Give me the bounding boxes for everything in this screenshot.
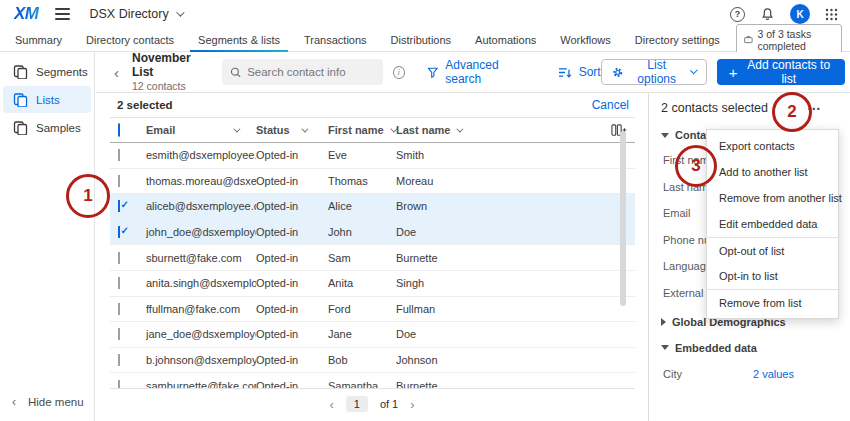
column-header-first-name[interactable]: First name: [328, 124, 396, 136]
table-scrollbar[interactable]: [620, 131, 626, 306]
tasks-progress-badge[interactable]: 3 of 3 tasks completed: [736, 24, 842, 55]
column-header-status[interactable]: Status: [256, 124, 328, 136]
context-menu-item[interactable]: Remove from another list: [707, 185, 838, 211]
context-menu-item[interactable]: Opt-in to list: [707, 263, 838, 289]
row-checkbox[interactable]: [118, 226, 120, 238]
table-row[interactable]: esmith@dsxemployee.com Opted-in Eve Smit…: [110, 143, 635, 169]
directory-name: DSX Directory: [90, 7, 169, 21]
cell-last-name: Smith: [396, 149, 635, 161]
sidebar-item[interactable]: Lists: [3, 86, 91, 113]
search-icon: [230, 66, 241, 79]
cell-email: thomas.moreau@dsxempl...: [146, 175, 256, 187]
cell-status: Opted-in: [256, 380, 328, 389]
table-row[interactable]: john_doe@dsxemployee.... Opted-in John D…: [110, 220, 635, 246]
chevron-down-icon: [301, 125, 308, 132]
directory-switcher[interactable]: DSX Directory: [90, 7, 182, 21]
directory-tab[interactable]: Segments & lists: [190, 28, 288, 52]
directory-tab[interactable]: Workflows: [552, 28, 619, 52]
column-label: Email: [146, 124, 175, 136]
table-row[interactable]: b.johnson@dsxemployee.... Opted-in Bob J…: [110, 348, 635, 374]
xm-logo: XM: [14, 4, 39, 24]
embedded-field-value-link[interactable]: 2 values: [753, 368, 794, 380]
back-chevron-icon[interactable]: ‹: [114, 64, 119, 81]
top-bar: XM DSX Directory ? K: [0, 0, 850, 28]
cell-first-name: Ford: [328, 303, 396, 315]
table-row[interactable]: samburnette@fake.com Opted-in Samantha B…: [110, 373, 635, 389]
info-icon[interactable]: i: [393, 66, 405, 79]
row-checkbox[interactable]: [118, 303, 120, 315]
cell-first-name: Samantha: [328, 380, 396, 389]
context-menu-item[interactable]: Edit embedded data: [707, 211, 838, 237]
current-page[interactable]: 1: [346, 396, 368, 412]
next-page-icon[interactable]: ›: [410, 397, 414, 412]
table-body: esmith@dsxemployee.com Opted-in Eve Smit…: [110, 143, 635, 389]
previous-page-icon[interactable]: ‹: [329, 397, 333, 412]
table-row[interactable]: aliceb@dsxemployee.com Opted-in Alice Br…: [110, 194, 635, 220]
sidebar-item[interactable]: Samples: [3, 114, 91, 141]
add-contacts-button[interactable]: + Add contacts to list: [717, 59, 845, 85]
cell-status: Opted-in: [256, 175, 328, 187]
context-menu-item[interactable]: Add to another list: [707, 159, 838, 185]
column-label: Status: [256, 124, 290, 136]
select-all-checkbox[interactable]: [118, 123, 120, 137]
cell-status: Opted-in: [256, 149, 328, 161]
context-menu-item[interactable]: Opt-out of list: [707, 237, 838, 263]
column-label: First name: [328, 124, 384, 136]
search-box[interactable]: [222, 59, 383, 85]
context-menu-item[interactable]: Export contacts: [707, 133, 838, 159]
row-checkbox[interactable]: [118, 252, 120, 264]
hamburger-menu-icon[interactable]: [55, 8, 70, 20]
cancel-selection-link[interactable]: Cancel: [592, 98, 629, 112]
cell-status: Opted-in: [256, 354, 328, 366]
cell-first-name: Bob: [328, 354, 396, 366]
sort-button[interactable]: Sort: [558, 65, 601, 79]
table-row[interactable]: jane_doe@dsxemployee.... Opted-in Jane D…: [110, 322, 635, 348]
notifications-bell-icon[interactable]: [760, 7, 775, 22]
column-label: Last name: [396, 124, 450, 136]
directory-tab[interactable]: Directory contacts: [78, 28, 182, 52]
directory-tab[interactable]: Transactions: [296, 28, 375, 52]
triangle-right-icon: [661, 318, 666, 326]
cell-status: Opted-in: [256, 277, 328, 289]
search-input[interactable]: [247, 66, 375, 78]
row-checkbox[interactable]: [118, 200, 120, 212]
table-row[interactable]: thomas.moreau@dsxempl... Opted-in Thomas…: [110, 169, 635, 195]
directory-tab[interactable]: Summary: [7, 28, 70, 52]
cell-first-name: Eve: [328, 149, 396, 161]
column-header-email[interactable]: Email: [146, 124, 256, 136]
row-checkbox[interactable]: [118, 354, 120, 366]
briefcase-icon: [744, 34, 753, 45]
table-row[interactable]: anita.singh@dsxemployee... Opted-in Anit…: [110, 271, 635, 297]
directory-tab[interactable]: Distributions: [383, 28, 460, 52]
list-options-button[interactable]: List options: [601, 59, 707, 85]
filter-funnel-icon: [427, 66, 439, 79]
table-row[interactable]: ffullman@fake.com Opted-in Ford Fullman: [110, 297, 635, 323]
column-header-last-name[interactable]: Last name: [396, 123, 635, 138]
app-grid-icon[interactable]: [825, 8, 838, 21]
directory-tab-bar: Summary Directory contacts Segments & li…: [0, 28, 850, 52]
row-checkbox[interactable]: [118, 328, 120, 340]
help-icon[interactable]: ?: [730, 7, 745, 22]
triangle-down-icon: [661, 345, 669, 350]
table-row[interactable]: sburnett@fake.com Opted-in Sam Burnette: [110, 245, 635, 271]
advanced-search-button[interactable]: Advanced search: [427, 58, 528, 86]
annotation-circle-2: 2: [772, 92, 812, 132]
user-avatar[interactable]: K: [790, 4, 810, 24]
cell-last-name: Doe: [396, 328, 635, 340]
contact-details-panel: 2 contacts selected ⋯ Contact info First…: [648, 93, 850, 421]
cell-status: Opted-in: [256, 252, 328, 264]
directory-tab[interactable]: Directory settings: [627, 28, 728, 52]
cell-email: esmith@dsxemployee.com: [146, 149, 256, 161]
row-checkbox[interactable]: [118, 277, 120, 289]
content-region: 2 selected Cancel Email Status First nam…: [96, 92, 850, 421]
row-checkbox[interactable]: [118, 149, 120, 161]
directory-tab[interactable]: Automations: [467, 28, 544, 52]
hide-menu-button[interactable]: ‹ Hide menu: [12, 395, 84, 409]
section-embedded-data[interactable]: Embedded data: [661, 342, 838, 354]
row-checkbox[interactable]: [118, 380, 120, 389]
sidebar-item[interactable]: Segments: [3, 58, 91, 85]
add-contacts-label: Add contacts to list: [744, 58, 833, 86]
row-checkbox[interactable]: [118, 175, 120, 187]
cell-last-name: Doe: [396, 226, 635, 238]
context-menu-item[interactable]: Remove from list: [707, 289, 838, 315]
